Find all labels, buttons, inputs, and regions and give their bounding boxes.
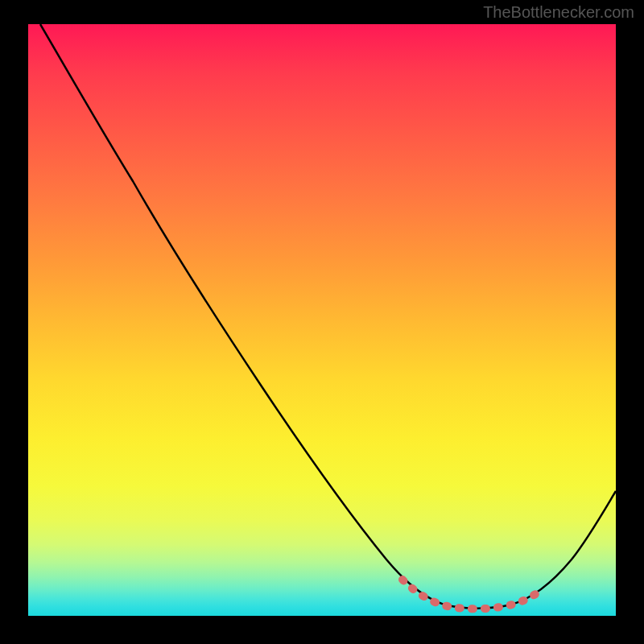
chart-svg [28, 24, 616, 616]
highlight-segment [402, 580, 543, 609]
main-curve-line [40, 24, 616, 609]
watermark-text: TheBottlenecker.com [483, 3, 634, 22]
chart-plot-area [28, 24, 616, 616]
